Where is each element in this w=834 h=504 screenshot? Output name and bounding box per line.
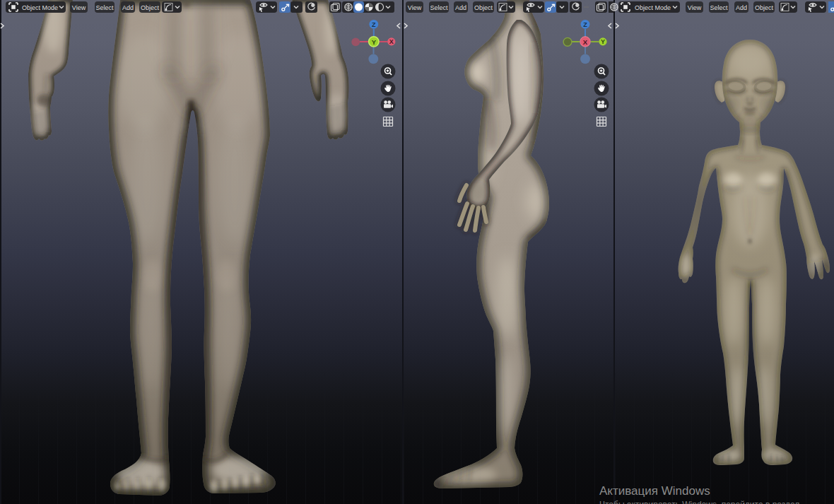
svg-text:Add: Add [455,4,466,11]
svg-text:Object: Object [755,4,774,11]
svg-text:Add: Add [736,4,747,11]
svg-text:Select: Select [710,4,728,11]
svg-text:View: View [72,4,86,11]
svg-text:Y: Y [372,38,377,46]
svg-text:View: View [688,4,702,11]
svg-text:Object Mode: Object Mode [635,4,671,11]
svg-text:Z: Z [583,21,587,28]
svg-text:Z: Z [372,21,376,28]
svg-text:Object: Object [474,4,493,11]
svg-text:X: X [583,38,588,46]
svg-text:X: X [389,38,394,45]
svg-text:Y: Y [601,38,605,45]
svg-text:Object Mode: Object Mode [22,4,58,11]
svg-text:Object: Object [141,4,160,11]
svg-text:View: View [408,4,422,11]
svg-text:Add: Add [122,4,134,11]
svg-text:Select: Select [430,4,448,11]
svg-text:Select: Select [95,4,114,11]
